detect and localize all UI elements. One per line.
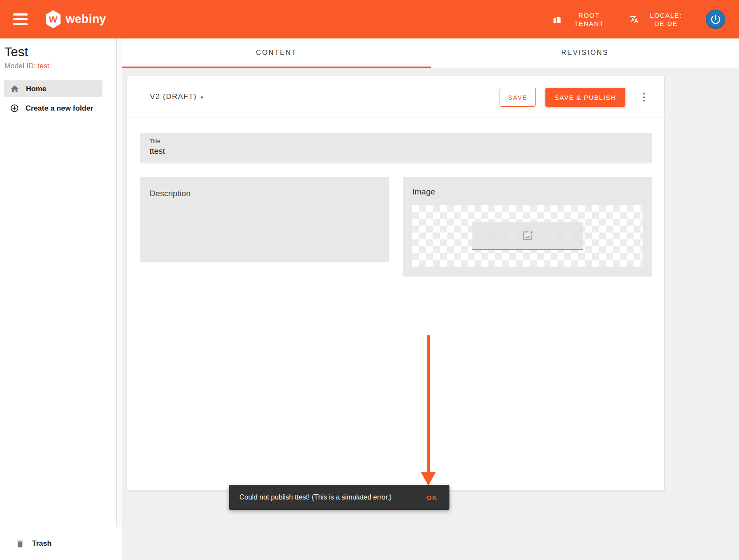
save-publish-button[interactable]: SAVE & PUBLISH [545, 88, 625, 107]
sidebar-item-create-folder[interactable]: Create a new folder [4, 100, 102, 117]
description-input[interactable] [140, 177, 389, 261]
page-title: Test [4, 45, 28, 59]
title-input[interactable] [150, 146, 625, 156]
tab-revisions[interactable]: REVISIONS [431, 38, 739, 68]
trash-label: Trash [32, 539, 51, 548]
entry-form-header: V2 (DRAFT)▾ SAVE SAVE & PUBLISH [127, 76, 664, 118]
annotation-arrow-head [421, 472, 436, 486]
header-right-cluster: ROOT TENANT LOCALE: DE-DE [552, 10, 739, 29]
sidebar-gutter [117, 38, 122, 560]
entry-form-card: V2 (DRAFT)▾ SAVE SAVE & PUBLISH Title Im… [127, 76, 664, 490]
snackbar-ok-button[interactable]: OK [420, 490, 443, 506]
locale-selector[interactable]: LOCALE: DE-DE [629, 11, 686, 28]
image-dropzone[interactable] [412, 205, 643, 267]
home-icon [10, 84, 19, 94]
trash-icon [16, 539, 25, 548]
app-window: W webiny ROOT TENANT LOCALE: DE-DE Test [0, 0, 739, 560]
annotation-arrow-shaft [427, 335, 430, 473]
tenant-label: ROOT TENANT [569, 11, 609, 28]
tenant-selector[interactable]: ROOT TENANT [552, 11, 609, 28]
title-field: Title [140, 133, 652, 163]
snackbar-message: Could not publish ttest! (This is a simu… [239, 493, 420, 501]
model-id-label: Model ID: [4, 62, 36, 70]
snackbar: Could not publish ttest! (This is a simu… [229, 485, 449, 510]
title-field-label: Title [150, 138, 160, 144]
chevron-down-icon: ▾ [201, 95, 204, 100]
add-circle-icon [10, 104, 19, 113]
model-id-value[interactable]: test [38, 62, 49, 70]
tab-content[interactable]: CONTENT [122, 38, 431, 68]
image-field-label: Image [412, 187, 435, 197]
app-header: W webiny ROOT TENANT LOCALE: DE-DE [0, 0, 739, 38]
revision-selector[interactable]: V2 (DRAFT)▾ [150, 92, 204, 101]
model-id: Model ID:test [4, 62, 49, 70]
translate-icon [629, 14, 639, 25]
save-button[interactable]: SAVE [500, 88, 536, 107]
more-options-icon[interactable] [638, 89, 650, 105]
power-icon [710, 13, 722, 25]
locale-label: LOCALE: DE-DE [646, 11, 686, 28]
image-field: Image [403, 177, 652, 277]
tab-bar: CONTENT REVISIONS [122, 38, 739, 68]
image-upload-target[interactable] [472, 222, 583, 250]
sidebar-item-label: Home [26, 85, 46, 93]
webiny-hexagon-icon: W [45, 10, 61, 29]
sidebar: Test Model ID:test Home Create a new fol… [0, 38, 117, 560]
sidebar-item-trash[interactable]: Trash [0, 527, 122, 560]
webiny-logo[interactable]: W webiny [45, 10, 106, 29]
menu-icon[interactable] [13, 13, 28, 25]
description-field [140, 177, 389, 261]
building-icon [552, 14, 562, 25]
user-avatar[interactable] [706, 10, 725, 29]
sidebar-item-home[interactable]: Home [4, 80, 102, 97]
revision-label: V2 (DRAFT) [150, 92, 197, 101]
brand-name: webiny [66, 13, 106, 26]
add-image-icon [522, 230, 533, 242]
sidebar-item-label: Create a new folder [25, 104, 93, 113]
